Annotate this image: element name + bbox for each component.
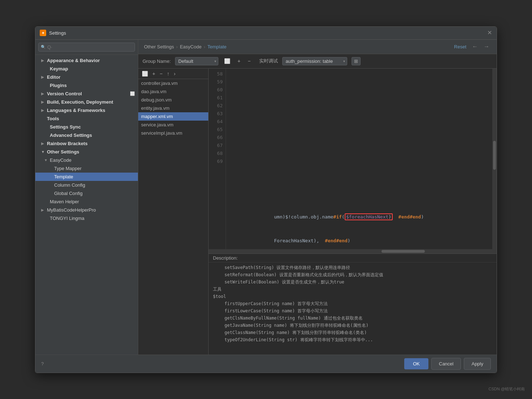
code-content[interactable]: umn)$!column.obj.name#if($foreachHasNext… <box>226 69 492 249</box>
group-name-select[interactable]: Default <box>175 57 218 65</box>
dialog-body: 🔍 ▶ Appearance & Behavior Keymap ▶ Edito… <box>35 40 497 355</box>
sidebar-item-languages[interactable]: ▶ Languages & Frameworks <box>35 106 138 114</box>
sidebar-item-appearance[interactable]: ▶ Appearance & Behavior <box>35 56 138 65</box>
sidebar-item-other-settings[interactable]: ▼ Other Settings <box>35 148 138 156</box>
sidebar-tree: ▶ Appearance & Behavior Keymap ▶ Editor … <box>35 55 138 355</box>
desc-line: typeOf2UnderLine(String str) 将驼峰字符串转下划线字… <box>213 336 492 343</box>
file-item[interactable]: service.java.vm <box>138 121 208 129</box>
cancel-button[interactable]: Cancel <box>431 358 461 370</box>
upload-file-button[interactable]: ↑ <box>165 70 171 77</box>
add-group-button[interactable]: + <box>236 57 242 65</box>
desc-line: firstUpperCase(String name) 首字母大写方法 <box>213 300 492 307</box>
code-scroll[interactable]: 58 59 60 61 62 63 64 65 66 67 68 69 <box>209 69 497 249</box>
breadcrumb: Other Settings › EasyCode › Template <box>144 44 227 49</box>
sidebar-item-tools[interactable]: Tools <box>35 114 138 123</box>
close-button[interactable]: ✕ <box>487 30 492 36</box>
sidebar-item-plugins[interactable]: Plugins <box>35 81 138 90</box>
table-select-wrapper: auth_permission: table ▾ <box>282 57 347 65</box>
description-content: setSavePath(String) 设置文件储存路径，默认使用连串路径 se… <box>209 263 497 355</box>
back-button[interactable]: ← <box>471 43 479 51</box>
file-item[interactable]: debug.json.vm <box>138 96 208 104</box>
desc-line: setWriteFile(Boolean) 设置是否生成文件，默认为true <box>213 278 492 286</box>
search-wrapper: 🔍 <box>38 43 135 52</box>
watermark: CSDN @蜡笔小柯南 <box>489 386 525 392</box>
desc-line: firstLowerCase(String name) 首字母小写方法 <box>213 307 492 315</box>
breadcrumb-other-settings: Other Settings <box>144 44 174 49</box>
desc-line: setSavePath(String) 设置文件储存路径，默认使用连串路径 <box>213 264 492 271</box>
group-name-label: Group Name: <box>143 58 171 64</box>
code-line-63: umn)$!column.obj.name#if($foreachHasNext… <box>229 205 489 213</box>
desc-line: $tool <box>213 293 492 300</box>
remove-group-button[interactable]: − <box>246 57 252 65</box>
arrow-icon: ▶ <box>41 100 45 104</box>
remove-file-button[interactable]: − <box>158 70 164 77</box>
code-line <box>229 110 489 118</box>
code-line-64: ForeachHasNext), #end#end) <box>229 229 489 237</box>
sidebar-item-build[interactable]: ▶ Build, Execution, Deployment <box>35 98 138 106</box>
file-item[interactable]: dao.java.vm <box>138 87 208 96</box>
scrollbar-vertical[interactable] <box>492 69 497 249</box>
sidebar-item-mybatis[interactable]: ▶ MyBatisCodeHelperPro <box>35 206 138 214</box>
app-icon: ✦ <box>40 30 46 36</box>
arrow-icon: ▶ <box>41 75 45 79</box>
sidebar-item-type-mapper[interactable]: Type Mapper <box>35 164 138 173</box>
file-item[interactable]: serviceImpl.java.vm <box>138 129 208 137</box>
ok-button[interactable]: OK <box>404 358 428 369</box>
sidebar-item-global-config[interactable]: Global Config <box>35 189 138 198</box>
desc-line: getClassName(String name) 将下划线分割字符串转驼峰命名… <box>213 329 492 336</box>
sidebar-item-settings-sync[interactable]: Settings Sync <box>35 123 138 131</box>
sidebar-item-easycode[interactable]: ▼ EasyCode <box>35 156 138 164</box>
dialog-title: Settings <box>49 30 66 36</box>
line-numbers: 58 59 60 61 62 63 64 65 66 67 68 69 <box>209 69 226 249</box>
group-name-bar: Group Name: Default ▾ ⬜ + − 实时调试 auth_pe… <box>138 54 497 69</box>
realtime-label: 实时调试 <box>259 58 278 64</box>
settings-dialog: ✦ Settings ✕ 🔍 ▶ Appearance & Behavior <box>35 26 497 373</box>
dialog-footer: ? OK Cancel Apply <box>35 355 497 373</box>
help-button[interactable]: ? <box>41 361 44 367</box>
desc-line: getJavaName(String name) 将下划线分割字符串转驼峰命名(… <box>213 322 492 329</box>
code-editor: 58 59 60 61 62 63 64 65 66 67 68 69 <box>209 69 497 355</box>
code-line <box>229 86 489 94</box>
sidebar-item-tongyi[interactable]: TONGYI Lingma <box>35 214 138 222</box>
title-left: ✦ Settings <box>40 30 66 36</box>
scrollbar-thumb <box>493 141 496 170</box>
sidebar-item-editor[interactable]: ▶ Editor <box>35 73 138 81</box>
arrow-icon: ▶ <box>41 208 45 212</box>
reset-button[interactable]: Reset <box>453 43 468 50</box>
breadcrumb-template: Template <box>208 44 227 49</box>
group-select-wrapper: Default ▾ <box>175 57 218 65</box>
apply-button[interactable]: Apply <box>464 358 491 370</box>
footer-buttons: OK Cancel Apply <box>404 358 491 370</box>
sidebar-item-column-config[interactable]: Column Config <box>35 181 138 189</box>
copy-file-button[interactable]: ⬜ <box>140 70 149 77</box>
file-toolbar: ⬜ + − ↑ › <box>138 69 208 79</box>
scrollbar-horizontal[interactable] <box>209 249 497 253</box>
sidebar-item-advanced-settings[interactable]: Advanced Settings <box>35 131 138 139</box>
sidebar-item-maven-helper[interactable]: Maven Helper <box>35 198 138 206</box>
file-list: controller.java.vm dao.java.vm debug.jso… <box>138 79 208 355</box>
arrow-icon: ▼ <box>41 150 45 154</box>
desc-line: 工具 <box>213 286 492 293</box>
sidebar-item-template[interactable]: Template <box>35 173 138 181</box>
sidebar-item-rainbow-brackets[interactable]: ▶ Rainbow Brackets <box>35 139 138 148</box>
code-line <box>229 134 489 142</box>
expand-button[interactable]: › <box>172 70 177 77</box>
question-icon: ? <box>41 361 44 367</box>
desc-line: setReformat(Boolean) 设置是否重新格式化生成后的代码，默认为… <box>213 271 492 278</box>
breadcrumb-easycode: EasyCode <box>180 44 201 49</box>
copy-group-button[interactable]: ⬜ <box>223 57 232 65</box>
breadcrumb-actions: Reset ← → <box>453 43 491 51</box>
forward-button[interactable]: → <box>482 43 491 51</box>
file-item[interactable]: entity.java.vm <box>138 104 208 112</box>
file-item[interactable]: controller.java.vm <box>138 79 208 87</box>
table-select[interactable]: auth_permission: table <box>282 57 347 65</box>
preview-button[interactable]: ⊞ <box>352 57 361 65</box>
arrow-icon: ▶ <box>41 108 45 112</box>
add-file-button[interactable]: + <box>151 70 157 77</box>
code-line <box>229 181 489 189</box>
sidebar-item-version-control[interactable]: ▶ Version Control ⬜ <box>35 90 138 98</box>
sidebar-item-keymap[interactable]: Keymap <box>35 65 138 73</box>
file-item-mapper[interactable]: mapper.xml.vm <box>138 112 208 121</box>
arrow-icon: ▼ <box>44 158 48 162</box>
search-input[interactable] <box>38 43 135 52</box>
